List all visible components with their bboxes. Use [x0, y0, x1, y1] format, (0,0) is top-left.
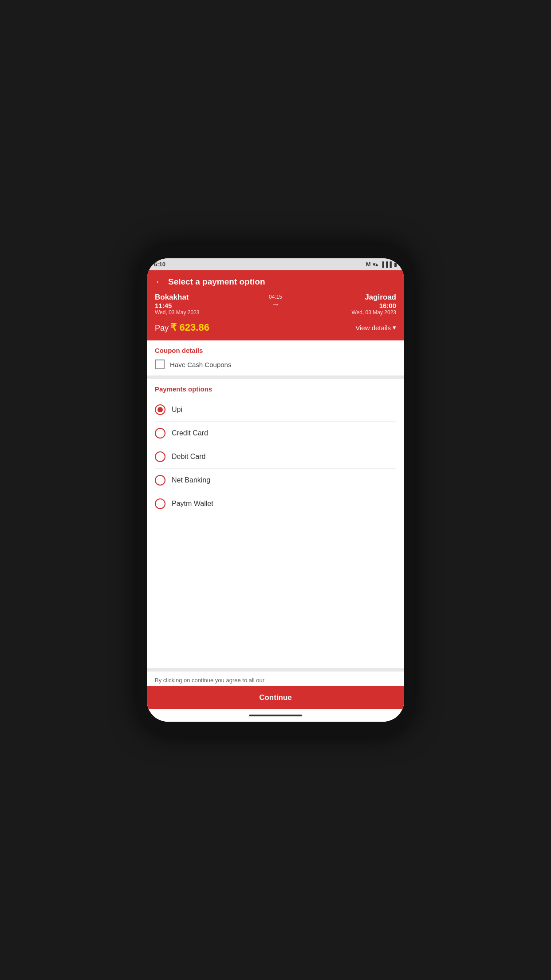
coupon-section-title: Coupon details	[155, 347, 396, 354]
page-title: Select a payment option	[168, 277, 265, 287]
view-details-button[interactable]: View details ▾	[355, 324, 396, 332]
payment-option-paytm[interactable]: Paytm Wallet	[155, 492, 396, 515]
departure-info: Bokakhat 11:45 Wed, 03 May 2023	[155, 293, 200, 316]
phone-frame: 6:10 M ▾▴ ▐▐▐ ▮ ← Select a payment optio…	[138, 245, 413, 735]
radio-net-banking	[155, 475, 165, 486]
radio-credit-card	[155, 428, 165, 439]
radio-paytm	[155, 498, 165, 509]
status-bar: 6:10 M ▾▴ ▐▐▐ ▮	[147, 258, 404, 270]
home-indicator	[147, 709, 404, 722]
chevron-down-icon: ▾	[393, 324, 396, 332]
payment-section: Payments options Upi Credit Card	[147, 379, 404, 668]
radio-upi-fill	[157, 407, 163, 412]
home-bar	[249, 715, 302, 716]
radio-upi	[155, 404, 165, 415]
duration-label: 04:15	[269, 294, 282, 300]
arrival-time: 16:00	[379, 302, 396, 309]
coupon-label: Have Cash Coupons	[170, 361, 231, 368]
destination-city: Jagiroad	[365, 293, 396, 302]
back-button[interactable]: ←	[155, 277, 164, 287]
arrival-date: Wed, 03 May 2023	[351, 309, 396, 316]
arrow-right-icon: →	[272, 300, 279, 309]
paytm-label: Paytm Wallet	[172, 500, 213, 508]
pay-info: Pay ₹ 623.86	[155, 322, 209, 333]
footer-note-text: By clicking on continue you agree to all…	[155, 677, 264, 684]
section-divider	[147, 375, 404, 379]
journey-duration: 04:15 →	[269, 293, 282, 309]
coupon-section: Coupon details Have Cash Coupons	[147, 340, 404, 375]
pay-row: Pay ₹ 623.86 View details ▾	[155, 322, 396, 333]
credit-card-label: Credit Card	[172, 429, 208, 437]
payment-option-upi[interactable]: Upi	[155, 398, 396, 422]
content-area: Coupon details Have Cash Coupons Payment…	[147, 340, 404, 722]
debit-card-label: Debit Card	[172, 453, 205, 461]
payment-section-title: Payments options	[155, 385, 396, 393]
view-details-label: View details	[355, 324, 391, 332]
origin-city: Bokakhat	[155, 293, 200, 302]
status-icons: M ▾▴ ▐▐▐ ▮	[366, 261, 397, 268]
pay-amount: ₹ 623.86	[170, 322, 209, 333]
payment-option-net-banking[interactable]: Net Banking	[155, 469, 396, 492]
phone-screen: 6:10 M ▾▴ ▐▐▐ ▮ ← Select a payment optio…	[147, 258, 404, 722]
upi-label: Upi	[172, 406, 182, 414]
journey-info: Bokakhat 11:45 Wed, 03 May 2023 04:15 → …	[155, 293, 396, 316]
battery-icon: ▮	[394, 261, 397, 268]
net-banking-label: Net Banking	[172, 476, 210, 484]
pay-label: Pay	[155, 324, 169, 332]
footer-note: By clicking on continue you agree to all…	[147, 672, 404, 686]
continue-button[interactable]: Continue	[147, 686, 404, 709]
signal-icon: ▐▐▐	[380, 261, 392, 268]
cash-coupon-checkbox[interactable]	[155, 360, 165, 369]
arrival-info: Jagiroad 16:00 Wed, 03 May 2023	[351, 293, 396, 316]
payment-option-credit-card[interactable]: Credit Card	[155, 422, 396, 445]
gmail-icon: M	[366, 261, 371, 268]
departure-time: 11:45	[155, 302, 200, 309]
departure-date: Wed, 03 May 2023	[155, 309, 200, 316]
radio-debit-card	[155, 451, 165, 462]
footer-divider	[147, 668, 404, 672]
payment-option-debit-card[interactable]: Debit Card	[155, 445, 396, 469]
wifi-icon: ▾▴	[373, 261, 378, 268]
app-header: ← Select a payment option Bokakhat 11:45…	[147, 270, 404, 340]
status-time: 6:10	[154, 261, 165, 268]
coupon-row[interactable]: Have Cash Coupons	[155, 360, 396, 369]
